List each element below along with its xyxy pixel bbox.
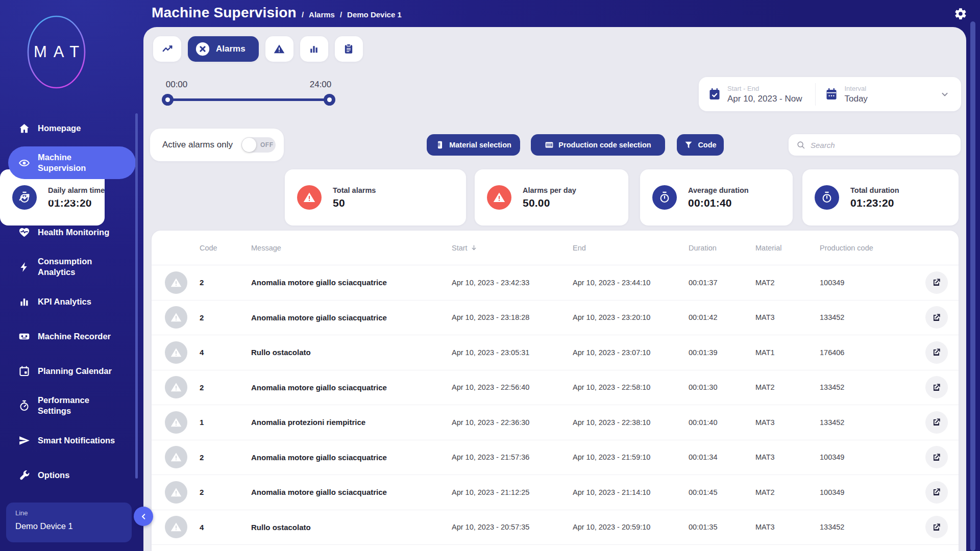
table-row[interactable]: 4 Rullo ostacolato Apr 10, 2023 - 23:05:… [152, 335, 959, 370]
cell-production-code: 100349 [811, 488, 914, 496]
start-end-picker[interactable]: Start - End Apr 10, 2023 - Now [699, 85, 802, 104]
sidebar-item[interactable]: Homepage [8, 112, 136, 144]
header-material[interactable]: Material [747, 244, 811, 252]
sidebar-item[interactable]: Machine Supervision [8, 146, 136, 179]
cell-message: Rullo ostacolato [242, 523, 443, 532]
cell-duration: 00:01:37 [680, 279, 747, 287]
tab-statistics[interactable] [300, 36, 328, 62]
open-alarm-button[interactable] [925, 516, 948, 538]
sidebar-scrollbar[interactable] [135, 113, 138, 479]
cell-material: MAT1 [747, 348, 811, 357]
open-in-new-icon [932, 313, 941, 322]
cell-code: 2 [187, 313, 242, 322]
chevron-down-icon[interactable] [940, 89, 950, 99]
sidebar-item-label: Options [38, 470, 69, 481]
table-row[interactable]: 2 Anomalia motore giallo sciacquatrice A… [152, 440, 959, 475]
open-alarm-button[interactable] [925, 411, 948, 434]
time-slider-handle-start[interactable] [162, 94, 174, 106]
breadcrumb-alarms[interactable]: Alarms [309, 10, 335, 19]
open-alarm-button[interactable] [925, 341, 948, 364]
code-filter-button[interactable]: Code [677, 134, 724, 156]
sidebar-item[interactable]: Health Monitoring [8, 216, 136, 248]
header-end[interactable]: End [564, 244, 680, 252]
alarm-warning-icon [165, 376, 187, 398]
open-in-new-icon [932, 487, 941, 497]
cell-end: Apr 10, 2023 - 23:44:10 [564, 279, 680, 287]
sidebar-item-icon [18, 469, 30, 481]
sidebar-item-icon [18, 192, 30, 204]
table-row[interactable]: 2 Anomalia motore giallo sciacquatrice A… [152, 265, 959, 300]
sidebar-item[interactable]: Performance Settings [8, 389, 136, 422]
barcode-icon [545, 140, 554, 149]
tab-report[interactable] [335, 36, 363, 62]
table-row[interactable]: 2 Anomalia motore giallo sciacquatrice A… [152, 300, 959, 336]
time-slider-track[interactable] [167, 98, 329, 101]
open-alarm-button[interactable] [925, 271, 948, 294]
tab-warnings[interactable] [265, 36, 293, 62]
sidebar-item[interactable]: Planning Calendar [8, 355, 136, 387]
stat-value: 50.00 [523, 197, 576, 209]
x-circle-icon [195, 41, 210, 57]
open-in-new-icon [932, 347, 941, 357]
view-tabs: Alarms [153, 36, 363, 62]
sidebar-item[interactable]: KPI Analytics [8, 285, 136, 318]
stat-card: Alarms per day 50.00 [475, 169, 628, 226]
table-row[interactable]: 1 Anomalia protezioni riempitrice Apr 10… [152, 405, 959, 440]
table-row[interactable]: 4 Rullo ostacolato Apr 10, 2023 - 20:57:… [152, 510, 959, 545]
header-message[interactable]: Message [242, 244, 443, 252]
sidebar-item[interactable]: Smart Notifications [8, 424, 136, 457]
cell-message: Anomalia motore giallo sciacquatrice [242, 278, 443, 287]
cell-duration: 00:01:42 [680, 313, 747, 321]
open-alarm-button[interactable] [925, 376, 948, 398]
slider-end-label: 24:00 [310, 80, 332, 90]
tab-alarms[interactable]: Alarms [188, 36, 259, 62]
sidebar-item-icon [18, 122, 30, 134]
breadcrumb-device[interactable]: Demo Device 1 [347, 10, 402, 19]
header-production-code[interactable]: Production code [811, 244, 914, 252]
cell-production-code: 176406 [811, 348, 914, 357]
production-code-selection-button[interactable]: Production code selection [531, 134, 665, 156]
table-row[interactable]: 2 Anomalia motore giallo sciacquatrice A… [152, 370, 959, 406]
sidebar-item-label: Planning Calendar [38, 366, 112, 377]
open-alarm-button[interactable] [925, 306, 948, 329]
header-start[interactable]: Start [443, 244, 564, 252]
sidebar-item-label: Homepage [38, 123, 81, 134]
sidebar-item[interactable]: Machine Recorder [8, 320, 136, 353]
app-logo: MAT [27, 15, 86, 89]
sidebar-item-label: Performance Settings [38, 395, 119, 416]
sidebar-item[interactable]: Lean Analytics [8, 181, 136, 214]
time-slider-handle-end[interactable] [324, 94, 335, 106]
stat-label: Total alarms [333, 186, 376, 194]
page-scrollbar[interactable] [970, 21, 975, 551]
sidebar-item-icon [18, 157, 30, 169]
stat-icon-glyph [658, 191, 671, 204]
sort-down-icon [470, 244, 478, 252]
sidebar-collapse-button[interactable] [134, 507, 153, 526]
cell-code: 2 [187, 278, 242, 287]
cell-production-code: 100349 [811, 453, 914, 461]
alarm-warning-icon [165, 306, 187, 329]
cell-end: Apr 10, 2023 - 23:07:10 [564, 348, 680, 357]
header-code[interactable]: Code [187, 244, 242, 252]
open-alarm-button[interactable] [925, 446, 948, 468]
material-selection-label: Material selection [449, 141, 511, 149]
sidebar-item[interactable]: Options [8, 459, 136, 491]
clipboard-icon [343, 43, 354, 55]
chevron-left-icon [139, 512, 148, 521]
cell-end: Apr 10, 2023 - 21:59:10 [564, 453, 680, 461]
open-alarm-button[interactable] [925, 481, 948, 504]
settings-gear-icon[interactable] [954, 7, 967, 20]
sidebar-item[interactable]: Consumption Analytics [8, 251, 136, 283]
material-selection-button[interactable]: Material selection [427, 134, 520, 156]
search-input[interactable] [811, 141, 943, 149]
table-row[interactable]: 2 Anomalia motore giallo sciacquatrice A… [152, 475, 959, 510]
cell-code: 1 [187, 418, 242, 427]
interval-picker[interactable]: Interval Today [816, 85, 867, 104]
interval-value: Today [844, 94, 867, 104]
header-duration[interactable]: Duration [680, 244, 747, 252]
cell-message: Anomalia motore giallo sciacquatrice [242, 383, 443, 392]
active-alarms-toggle[interactable]: OFF [241, 137, 276, 153]
tab-trends[interactable] [153, 36, 181, 62]
page-title: Machine Supervision [152, 5, 297, 21]
cell-start: Apr 10, 2023 - 22:56:40 [443, 383, 564, 391]
